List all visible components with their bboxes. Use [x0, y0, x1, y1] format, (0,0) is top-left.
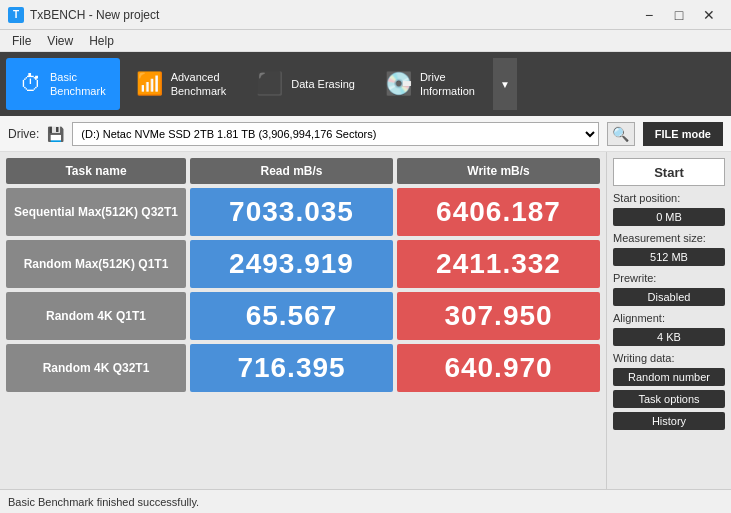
menu-help[interactable]: Help: [81, 32, 122, 50]
data-erasing-icon: ⬛: [256, 71, 283, 97]
measurement-size-label: Measurement size:: [613, 232, 725, 244]
bench-write-1: 2411.332: [397, 240, 600, 288]
start-position-label: Start position:: [613, 192, 725, 204]
bench-label-1: Random Max(512K) Q1T1: [6, 240, 186, 288]
writing-data-label: Writing data:: [613, 352, 725, 364]
bench-row-0: Sequential Max(512K) Q32T1 7033.035 6406…: [6, 188, 600, 236]
drive-label: Drive:: [8, 127, 39, 141]
col-write: Write mB/s: [397, 158, 600, 184]
refresh-icon: 🔍: [612, 126, 629, 142]
bench-label-3: Random 4K Q32T1: [6, 344, 186, 392]
advanced-benchmark-icon: 📶: [136, 71, 163, 97]
menu-file[interactable]: File: [4, 32, 39, 50]
drive-refresh-button[interactable]: 🔍: [607, 122, 635, 146]
bench-read-2: 65.567: [190, 292, 393, 340]
toolbar-basic-benchmark[interactable]: ⏱ BasicBenchmark: [6, 58, 120, 110]
drive-information-icon: 💽: [385, 71, 412, 97]
toolbar-data-erasing[interactable]: ⬛ Data Erasing: [242, 58, 369, 110]
bench-read-3: 716.395: [190, 344, 393, 392]
start-button[interactable]: Start: [613, 158, 725, 186]
bench-row-1: Random Max(512K) Q1T1 2493.919 2411.332: [6, 240, 600, 288]
status-text: Basic Benchmark finished successfully.: [8, 496, 199, 508]
table-header: Task name Read mB/s Write mB/s: [6, 158, 600, 184]
status-bar: Basic Benchmark finished successfully.: [0, 489, 731, 513]
menu-view[interactable]: View: [39, 32, 81, 50]
alignment-value: 4 KB: [613, 328, 725, 346]
prewrite-label: Prewrite:: [613, 272, 725, 284]
title-bar-controls: − □ ✕: [635, 4, 723, 26]
toolbar-advanced-benchmark[interactable]: 📶 AdvancedBenchmark: [122, 58, 241, 110]
bench-label-2: Random 4K Q1T1: [6, 292, 186, 340]
menu-bar: File View Help: [0, 30, 731, 52]
title-bar: T TxBENCH - New project − □ ✕: [0, 0, 731, 30]
main-content: Task name Read mB/s Write mB/s Sequentia…: [0, 152, 731, 489]
right-panel: Start Start position: 0 MB Measurement s…: [606, 152, 731, 489]
toolbar-dropdown-button[interactable]: ▼: [493, 58, 517, 110]
benchmark-table: Task name Read mB/s Write mB/s Sequentia…: [0, 152, 606, 489]
toolbar-drive-information[interactable]: 💽 DriveInformation: [371, 58, 489, 110]
bench-write-2: 307.950: [397, 292, 600, 340]
bench-write-0: 6406.187: [397, 188, 600, 236]
drive-bar: Drive: 💾 (D:) Netac NVMe SSD 2TB 1.81 TB…: [0, 116, 731, 152]
close-button[interactable]: ✕: [695, 4, 723, 26]
bench-read-1: 2493.919: [190, 240, 393, 288]
advanced-benchmark-label: AdvancedBenchmark: [171, 70, 227, 99]
drive-select[interactable]: (D:) Netac NVMe SSD 2TB 1.81 TB (3,906,9…: [72, 122, 598, 146]
col-task-name: Task name: [6, 158, 186, 184]
col-read: Read mB/s: [190, 158, 393, 184]
history-button[interactable]: History: [613, 412, 725, 430]
drive-icon: 💾: [47, 126, 64, 142]
basic-benchmark-label: BasicBenchmark: [50, 70, 106, 99]
writing-data-value: Random number: [613, 368, 725, 386]
minimize-button[interactable]: −: [635, 4, 663, 26]
bench-read-0: 7033.035: [190, 188, 393, 236]
data-erasing-label: Data Erasing: [291, 77, 355, 91]
alignment-label: Alignment:: [613, 312, 725, 324]
measurement-size-value: 512 MB: [613, 248, 725, 266]
bench-write-3: 640.970: [397, 344, 600, 392]
prewrite-value: Disabled: [613, 288, 725, 306]
bench-row-3: Random 4K Q32T1 716.395 640.970: [6, 344, 600, 392]
drive-information-label: DriveInformation: [420, 70, 475, 99]
file-mode-button[interactable]: FILE mode: [643, 122, 723, 146]
title-bar-text: TxBENCH - New project: [30, 8, 635, 22]
maximize-button[interactable]: □: [665, 4, 693, 26]
basic-benchmark-icon: ⏱: [20, 71, 42, 97]
start-position-value: 0 MB: [613, 208, 725, 226]
bench-row-2: Random 4K Q1T1 65.567 307.950: [6, 292, 600, 340]
bench-label-0: Sequential Max(512K) Q32T1: [6, 188, 186, 236]
app-icon: T: [8, 7, 24, 23]
toolbar: ⏱ BasicBenchmark 📶 AdvancedBenchmark ⬛ D…: [0, 52, 731, 116]
task-options-button[interactable]: Task options: [613, 390, 725, 408]
